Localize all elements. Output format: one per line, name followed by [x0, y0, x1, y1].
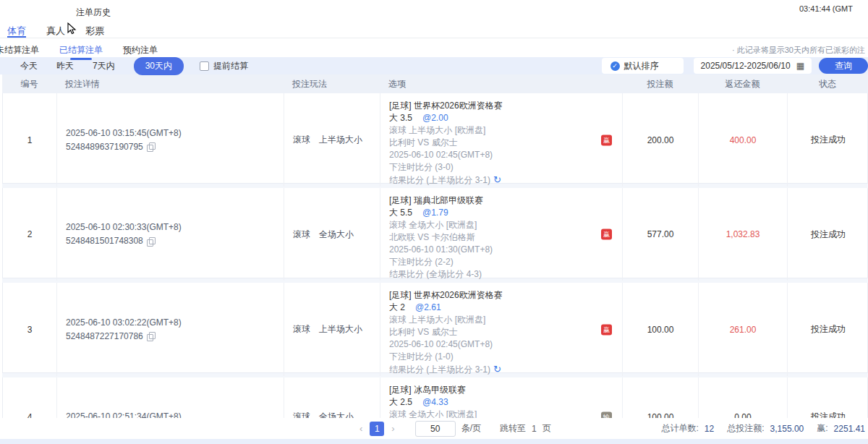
- league-name: [足球] 世界杯2026欧洲资格赛: [389, 100, 622, 112]
- result-badge: 赢: [601, 229, 612, 240]
- bet-score: 下注时比分 (2-2): [389, 256, 622, 268]
- match-teams: 比利时 VS 威尔士: [389, 326, 622, 338]
- odds-value: @1.79: [422, 208, 448, 218]
- selection-cell: [足球] 世界杯2026欧洲资格赛 大 3.5@2.00 滚球 上半场大小 [欧…: [380, 93, 623, 187]
- table-row: 1 2025-06-10 03:15:45(GMT+8) 52484896371…: [2, 93, 868, 184]
- payout-value: 400.00: [699, 93, 788, 187]
- early-settle-checkbox-group[interactable]: 提前结算: [200, 60, 248, 72]
- range-today-button[interactable]: 今天: [20, 60, 38, 72]
- payout-value: 261.00: [699, 283, 788, 376]
- selection-cell: [足球] 世界杯2026欧洲资格赛 大 2@2.61 滚球 上半场大小 [欧洲盘…: [380, 283, 623, 376]
- order-id: 5248489637190795: [66, 140, 143, 154]
- col-header-play: 投注玩法: [284, 78, 380, 90]
- selection-cell: [足球] 瑞典北部甲级联赛 大 5.5@1.79 滚球 全场大小 [欧洲盘] 北…: [380, 188, 623, 281]
- play-name: 上半场大小: [319, 323, 362, 336]
- total-win-value: 2251.41: [834, 424, 865, 434]
- bet-time: 2025-06-10 03:02:22(GMT+8): [66, 316, 284, 330]
- pick-line: 大 3.5@2.00: [389, 112, 622, 124]
- early-settle-label: 提前结算: [213, 60, 248, 72]
- tab-lottery[interactable]: 彩票: [85, 25, 104, 38]
- subtab-unsettled[interactable]: 未结算注单: [0, 44, 39, 60]
- bet-score: 下注时比分 (1-0): [389, 351, 622, 363]
- total-count-value: 12: [705, 424, 714, 434]
- col-header-no: 编号: [2, 78, 56, 90]
- range-yesterday-button[interactable]: 昨天: [56, 60, 74, 72]
- replay-icon[interactable]: ↻: [493, 364, 501, 375]
- records-note: ·此记录将显示30天内所有已派彩的注: [732, 45, 865, 56]
- total-stake-value: 3,155.00: [770, 424, 804, 434]
- calendar-icon: ▦: [796, 61, 804, 70]
- tab-live[interactable]: 真人: [46, 25, 65, 38]
- copy-icon[interactable]: [147, 332, 155, 341]
- search-button[interactable]: 查询: [819, 58, 868, 74]
- pick-value: 大 3.5: [389, 113, 412, 123]
- table-row: 2 2025-06-10 02:30:33(GMT+8) 52484815017…: [2, 188, 868, 278]
- default-sort-label: 默认排序: [624, 60, 659, 72]
- order-id: 5248487227170786: [66, 330, 143, 343]
- bet-status: 投注成功: [788, 93, 868, 187]
- play-type-cell: 滚球 全场大小: [284, 188, 380, 281]
- bet-detail-cell: 2025-06-10 02:30:33(GMT+8) 5248481501748…: [57, 188, 284, 281]
- tab-sports[interactable]: 体育: [7, 25, 26, 38]
- order-id-line: 5248489637190795: [66, 140, 284, 154]
- market-info: 滚球 上半场大小 [欧洲盘]: [389, 314, 622, 326]
- current-page-button[interactable]: 1: [370, 422, 384, 436]
- page-unit-label: 页: [542, 422, 551, 435]
- bottom-bar: ‹ 1 › 条/页 跳转至 1 页 总计单数: 12 总投注额: 3,155.0…: [0, 418, 868, 439]
- col-header-detail: 投注详情: [56, 78, 284, 90]
- match-time: 2025-06-10 02:45(GMT+8): [389, 338, 622, 351]
- subtab-reserved[interactable]: 预约注单: [123, 44, 158, 60]
- server-clock: 03:41:44 (GMT: [799, 4, 853, 13]
- prev-page-button[interactable]: ‹: [358, 423, 364, 434]
- row-number: 1: [3, 93, 57, 187]
- league-name: [足球] 冰岛甲级联赛: [389, 384, 622, 396]
- subtab-settled[interactable]: 已结算注单: [59, 44, 103, 60]
- date-range-picker[interactable]: 2025/05/12-2025/06/10 ▦: [694, 58, 812, 74]
- col-header-payout: 返还金额: [698, 78, 787, 90]
- bet-detail-cell: 2025-06-10 03:02:22(GMT+8) 5248487227170…: [57, 283, 284, 376]
- result-badge: 赢: [601, 324, 612, 335]
- note-bullet: ·: [732, 46, 735, 54]
- table-header-row: 编号 投注详情 投注玩法 选项 投注额 返还金额 状态: [2, 74, 868, 93]
- jump-page-value[interactable]: 1: [532, 424, 537, 434]
- bottom-strip: [0, 439, 868, 444]
- col-header-status: 状态: [787, 78, 868, 90]
- replay-icon[interactable]: ↻: [493, 174, 501, 185]
- copy-icon[interactable]: [147, 142, 155, 151]
- league-name: [足球] 瑞典北部甲级联赛: [389, 195, 622, 207]
- page-size-input[interactable]: [415, 421, 456, 437]
- result-line: 结果比分 (上半场比分 3-1)↻: [389, 363, 622, 376]
- pick-line: 大 2.5@4.33: [389, 396, 622, 409]
- result-badge: 赢: [601, 135, 612, 145]
- note-text: 此记录将显示30天内所有已派彩的注: [737, 46, 865, 54]
- result-score: 结果比分 (上半场比分 3-1): [389, 175, 490, 185]
- copy-icon[interactable]: [147, 237, 155, 246]
- next-page-button[interactable]: ›: [390, 423, 396, 434]
- bet-score: 下注时比分 (3-0): [389, 161, 622, 174]
- play-type-cell: 滚球 上半场大小: [284, 283, 380, 376]
- default-sort-button[interactable]: ✓ 默认排序: [602, 58, 684, 74]
- col-header-amount: 投注额: [622, 78, 698, 90]
- play-type: 滚球: [293, 229, 310, 241]
- bet-status: 投注成功: [788, 283, 868, 376]
- league-name: [足球] 世界杯2026欧洲资格赛: [389, 289, 622, 302]
- bet-history-table: 编号 投注详情 投注玩法 选项 投注额 返还金额 状态 1 2025-06-10…: [2, 74, 868, 444]
- row-number: 2: [3, 188, 57, 281]
- row-number: 3: [3, 283, 57, 376]
- order-id: 5248481501748308: [66, 234, 143, 248]
- payout-value: 1,032.83: [699, 188, 788, 281]
- result-line: 结果比分 (全场比分 4-3)↻: [389, 268, 622, 281]
- early-settle-checkbox[interactable]: [200, 61, 209, 71]
- pick-line: 大 2@2.61: [389, 302, 622, 314]
- per-page-label: 条/页: [461, 422, 481, 435]
- match-teams: 北欧联 VS 卡尔伯格斯: [389, 231, 622, 244]
- pick-value: 大 2: [389, 302, 405, 312]
- result-line: 结果比分 (上半场比分 3-1)↻: [389, 174, 622, 187]
- titlebar: 注单历史 03:41:44 (GMT: [0, 0, 868, 20]
- market-info: 滚球 上半场大小 [欧洲盘]: [389, 124, 622, 137]
- table-row: 3 2025-06-10 03:02:22(GMT+8) 52484872271…: [2, 283, 868, 373]
- range-7days-button[interactable]: 7天内: [93, 60, 115, 72]
- match-time: 2025-06-10 02:45(GMT+8): [389, 149, 622, 161]
- total-count-label: 总计单数:: [662, 422, 699, 435]
- sub-tabs: 未结算注单 已结算注单 预约注单 ·此记录将显示30天内所有已派彩的注: [0, 38, 868, 57]
